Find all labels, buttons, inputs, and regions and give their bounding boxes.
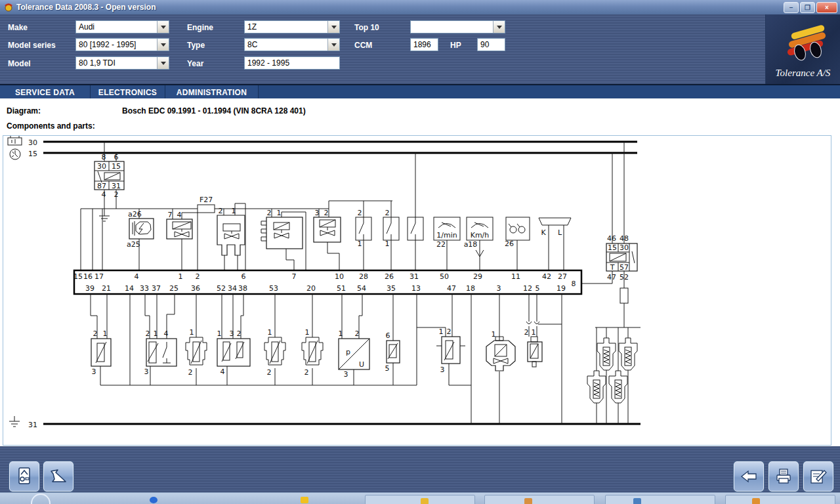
export-button[interactable] (43, 461, 74, 492)
svg-text:35: 35 (387, 284, 396, 293)
year-field[interactable]: 1992 - 1995 (244, 56, 340, 70)
svg-text:2: 2 (196, 272, 200, 281)
taskbar-button[interactable] (365, 495, 475, 504)
svg-text:a18: a18 (464, 240, 478, 249)
close-button[interactable]: × (816, 2, 837, 13)
edit-note-button[interactable] (803, 461, 833, 492)
svg-text:p: p (346, 348, 350, 356)
injector-component-2: 2 1 (524, 328, 543, 367)
switch-1: 2 1 (356, 201, 371, 270)
svg-text:8: 8 (572, 280, 576, 288)
svg-text:26: 26 (505, 240, 514, 248)
glow-plugs (587, 327, 640, 424)
dropdown-arrow-icon[interactable] (327, 39, 339, 51)
svg-text:4: 4 (220, 368, 225, 376)
dropdown-arrow-icon[interactable] (157, 57, 169, 69)
svg-text:Km/h: Km/h (471, 231, 490, 240)
svg-text:27: 27 (558, 272, 567, 281)
svg-text:11: 11 (511, 272, 520, 281)
app-shortcut-icon[interactable] (301, 497, 308, 503)
bottom-toolbar (0, 446, 840, 492)
ccm-field[interactable]: 1896 (410, 38, 438, 51)
dropdown-arrow-icon[interactable] (157, 21, 169, 33)
back-button[interactable] (734, 461, 764, 492)
svg-text:1: 1 (154, 329, 158, 338)
minimize-button[interactable]: – (784, 2, 799, 13)
svg-text:47: 47 (607, 273, 616, 282)
svg-text:15: 15 (112, 162, 121, 171)
svg-text:2: 2 (324, 209, 329, 217)
svg-text:1: 1 (232, 207, 236, 215)
svg-text:48: 48 (620, 234, 629, 243)
svg-text:31: 31 (410, 272, 419, 281)
svg-text:52: 52 (217, 284, 226, 293)
tab-electronics[interactable]: ELECTRONICS (91, 85, 165, 100)
restore-button[interactable]: ❐ (800, 2, 815, 13)
preview-icon (16, 467, 32, 486)
engine-select[interactable]: 1Z (244, 20, 340, 33)
title-bar[interactable]: Tolerance Data 2008.3 - Open version – ❐… (0, 0, 840, 15)
svg-text:6: 6 (242, 272, 246, 281)
svg-text:2: 2 (237, 329, 242, 338)
dropdown-arrow-icon[interactable] (157, 39, 169, 51)
svg-text:36: 36 (191, 284, 200, 293)
injector-component: 2 1 (217, 203, 245, 270)
svg-text:1: 1 (385, 240, 390, 248)
svg-text:20: 20 (306, 284, 316, 293)
svg-text:2: 2 (146, 329, 150, 338)
solenoid-valve-1: 7 4 (167, 209, 198, 270)
svg-text:3: 3 (440, 366, 445, 374)
model-series-select[interactable]: 80 [1992 - 1995] (75, 38, 169, 51)
svg-text:5: 5 (385, 364, 390, 373)
svg-text:1: 1 (277, 209, 282, 217)
svg-text:39: 39 (85, 284, 94, 293)
svg-text:21: 21 (102, 284, 111, 293)
svg-text:1: 1 (103, 329, 108, 338)
svg-text:1: 1 (439, 327, 444, 336)
dropdown-arrow-icon[interactable] (327, 21, 339, 33)
top10-label: Top 10 (354, 23, 379, 32)
ecu-connector-strip: 15 16 17 4 1 2 6 7 10 28 26 31 50 29 11 … (74, 270, 581, 294)
ccm-label: CCM (354, 41, 372, 50)
top10-select[interactable] (410, 20, 505, 33)
svg-text:4: 4 (164, 329, 169, 338)
svg-text:8: 8 (102, 153, 106, 161)
brand-name: Tolerance A/S (766, 68, 840, 79)
svg-text:14: 14 (125, 284, 134, 293)
preview-button[interactable] (9, 461, 39, 492)
svg-text:42: 42 (542, 272, 551, 281)
svg-text:7: 7 (292, 272, 297, 281)
svg-text:17: 17 (94, 272, 104, 281)
make-select[interactable]: Audi (75, 20, 169, 33)
print-button[interactable] (768, 461, 799, 492)
svg-text:34: 34 (228, 284, 237, 293)
window-title: Tolerance Data 2008.3 - Open version (16, 3, 156, 12)
svg-text:2: 2 (219, 207, 223, 215)
svg-text:L: L (558, 228, 562, 237)
edit-note-icon (810, 469, 827, 484)
export-arrow-icon (50, 469, 67, 484)
svg-text:2: 2 (355, 329, 360, 338)
svg-text:1: 1 (358, 240, 362, 248)
svg-text:22: 22 (436, 240, 446, 249)
taskbar-button[interactable] (605, 495, 715, 504)
taskbar-button[interactable] (725, 495, 835, 504)
svg-text:1: 1 (178, 272, 183, 281)
browser-icon[interactable] (150, 497, 158, 503)
svg-text:a25: a25 (127, 240, 140, 249)
dropdown-arrow-icon[interactable] (493, 21, 505, 33)
model-select[interactable]: 80 1,9 TDI (75, 56, 169, 70)
type-select[interactable]: 8C (244, 38, 340, 51)
tab-service-data[interactable]: SERVICE DATA (0, 85, 91, 100)
svg-text:1: 1 (268, 328, 272, 337)
back-arrow-icon (740, 470, 757, 483)
tab-administration[interactable]: ADMINISTRATION (165, 85, 259, 100)
wiring-diagram: 30 15 31 8 6 30 15 87 31 4 (3, 136, 831, 445)
svg-text:16: 16 (83, 272, 93, 281)
taskbar-button[interactable] (484, 495, 595, 504)
start-button[interactable] (20, 493, 66, 504)
svg-text:51: 51 (337, 284, 346, 293)
hp-field[interactable]: 90 (477, 38, 505, 51)
svg-text:30: 30 (620, 243, 629, 252)
switch-2: 2 1 (383, 201, 399, 270)
